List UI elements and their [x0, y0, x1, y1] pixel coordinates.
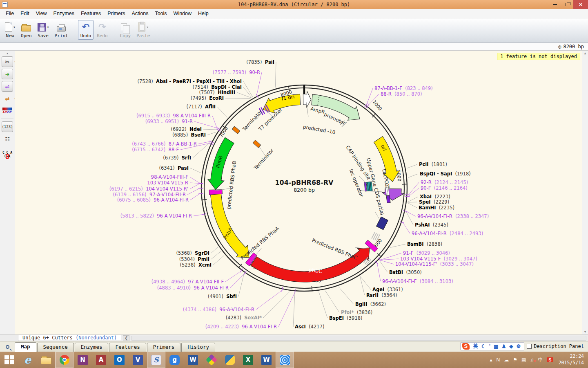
- inner-feature-label[interactable]: Terminator: [253, 148, 275, 171]
- primer-label[interactable]: 98-A-V104-FIII-F: [151, 174, 188, 180]
- enzyme-label[interactable]: (6739) SrfI: [163, 155, 191, 161]
- menu-view[interactable]: View: [33, 9, 50, 18]
- enzyme-label[interactable]: (7835) PsiI: [246, 59, 274, 65]
- taskbar-clock[interactable]: 22:24 2015/5/14: [559, 353, 584, 366]
- enzyme-label[interactable]: BspEI (3918): [329, 315, 363, 321]
- tray-cloud-icon[interactable]: ☁: [504, 357, 509, 363]
- taskbar-snapgene[interactable]: S: [147, 352, 165, 368]
- primer-label[interactable]: 96-A-V104-FI-R (2484 .. 2493): [412, 231, 483, 236]
- horizontal-scrollbar[interactable]: [131, 336, 586, 341]
- inner-feature-label[interactable]: predicted -10: [303, 124, 336, 135]
- enzyme-label[interactable]: BsmBI (2838): [407, 241, 442, 247]
- menu-help[interactable]: Help: [195, 9, 212, 18]
- enzyme-label[interactable]: (5238) XcmI: [180, 262, 212, 268]
- taskbar-file-explorer[interactable]: [37, 352, 55, 368]
- taskbar-visio[interactable]: V: [129, 352, 147, 368]
- enzyme-label[interactable]: RsrII (3364): [366, 292, 397, 298]
- primer-label[interactable]: 96-A-V104-FI-F (3084 .. 3103): [382, 278, 453, 284]
- ime-item-2-icon[interactable]: ’: [489, 343, 490, 349]
- scroll-down-icon[interactable]: ▼: [584, 330, 587, 334]
- tray-volume-muted-icon[interactable]: ♫: [530, 357, 534, 363]
- enzyme-label[interactable]: (7117) AflII: [186, 104, 216, 110]
- primer-label[interactable]: 92-R (2124 .. 2145): [421, 180, 468, 185]
- tray-flag-icon[interactable]: ⚑: [513, 357, 517, 363]
- new-button[interactable]: ▾New: [2, 20, 18, 40]
- primer-label[interactable]: 91-F (3029 .. 3046): [403, 250, 450, 256]
- enzyme-label[interactable]: PshAI (2345): [415, 222, 448, 228]
- feature-block[interactable]: [386, 195, 390, 203]
- enzyme-label[interactable]: AgeI (3361): [372, 287, 403, 292]
- tray-tray-expand-icon[interactable]: ▴: [490, 357, 492, 363]
- enzyme-label[interactable]: (4901) SbfI: [208, 294, 237, 299]
- enzyme-label[interactable]: (4283) SexAI*: [226, 315, 262, 321]
- tab-history[interactable]: History: [181, 343, 215, 352]
- primer-label[interactable]: (4209 .. 4223) 96-A-V104-FI-R: [205, 324, 277, 330]
- enzyme-label[interactable]: BstBI (3050): [389, 269, 422, 275]
- taskbar-outlook[interactable]: O: [110, 352, 129, 368]
- enzyme-label[interactable]: (7507) HindIII: [199, 90, 235, 95]
- primer-label[interactable]: 87-A-BB-1-F (823 .. 849): [374, 85, 433, 91]
- vertical-scrollbar[interactable]: ▲ ▼: [582, 51, 588, 334]
- tray-sogou-icon[interactable]: S: [547, 357, 553, 363]
- enzyme-label[interactable]: BspQI - SapI (1918): [420, 171, 471, 177]
- primer-label[interactable]: (5813 .. 5822) 96-A-V104-FI-R: [120, 213, 192, 219]
- menu-edit[interactable]: Edit: [17, 9, 33, 18]
- taskbar-access[interactable]: A: [92, 352, 110, 368]
- primer-label[interactable]: (6743 .. 6766) 87-A-BB-1-R: [132, 141, 197, 147]
- tab-primers[interactable]: Primers: [147, 343, 181, 352]
- menu-actions[interactable]: Actions: [128, 9, 151, 18]
- primer-label[interactable]: (6139 .. 6156) 97-A-V104-FII-R: [113, 192, 186, 197]
- inner-feature-label[interactable]: AmpR: [310, 106, 325, 115]
- enzyme-label[interactable]: AscI (4217): [295, 324, 324, 330]
- tab-map[interactable]: Map: [15, 342, 36, 352]
- ime-item-0-icon[interactable]: 英: [473, 343, 478, 350]
- taskbar-pattern-app[interactable]: [276, 352, 294, 368]
- undo-button[interactable]: ↶Undo: [78, 20, 94, 40]
- feature-block[interactable]: [376, 217, 388, 230]
- paste-dropdown-icon[interactable]: ▾: [147, 25, 148, 29]
- primer-label[interactable]: (7577 .. 7593) 90-R: [213, 70, 260, 75]
- enzymes-tool[interactable]: ✂▾: [2, 56, 13, 67]
- taskbar-onenote[interactable]: N: [74, 352, 92, 368]
- search-button[interactable]: [2, 343, 13, 351]
- taskbar-start-button[interactable]: [0, 352, 18, 368]
- primer-label[interactable]: 104-V104-V115-F' (3033 .. 3047): [395, 261, 474, 267]
- close-button[interactable]: ✕: [573, 0, 588, 9]
- ime-item-5-icon[interactable]: ◆: [509, 343, 513, 349]
- enzyme-label[interactable]: PciI (1801): [419, 162, 447, 167]
- inner-feature-label[interactable]: predicted RBS PhaB: [226, 161, 237, 210]
- taskbar-word-1[interactable]: W: [184, 352, 202, 368]
- translation-tool[interactable]: ⇄▾: [2, 93, 13, 104]
- ime-item-3-icon[interactable]: ▦: [494, 343, 498, 349]
- primer-label[interactable]: 88-R (850 .. 870): [381, 91, 422, 97]
- feature-block[interactable]: [232, 126, 240, 134]
- enzyme-label[interactable]: (5368) SgrDI: [176, 250, 209, 256]
- tray-ime-zh-icon[interactable]: 中: [538, 357, 543, 364]
- tab-features[interactable]: Features: [109, 343, 146, 352]
- collapse-left-icon[interactable]: ❮: [123, 335, 129, 341]
- inner-feature-label[interactable]: Predicted RBS PhaA: [240, 225, 281, 261]
- enzyme-label[interactable]: (6922) NdeI: [171, 126, 202, 132]
- ime-item-4-icon[interactable]: ♟: [501, 343, 506, 349]
- primer-label[interactable]: (4374 .. 4386) 96-A-V104-FI-R: [183, 307, 254, 312]
- tray-onenote-clip-icon[interactable]: N: [497, 357, 500, 363]
- plasmid-map[interactable]: 10002000300040005000600070008000f1 orior…: [15, 51, 582, 334]
- primer-label[interactable]: 90-F (2146 .. 2164): [421, 185, 468, 191]
- tab-sequence[interactable]: Sequence: [37, 343, 74, 352]
- taskbar-internet-explorer[interactable]: e: [18, 352, 37, 368]
- ime-item-6-icon[interactable]: ⚙: [516, 343, 521, 349]
- acgt-colors-tool[interactable]: ACGT: [2, 105, 13, 116]
- menu-window[interactable]: Window: [170, 9, 195, 18]
- enzyme-label[interactable]: (6885) BseRI: [172, 132, 206, 138]
- tab-enzymes[interactable]: Enzymes: [75, 343, 109, 352]
- primer-label[interactable]: 103-V104-V115-F (3029 .. 3047): [400, 256, 477, 262]
- primer-label[interactable]: (6075 .. 6085) 96-A-V104-FI-R: [117, 197, 189, 203]
- menu-enzymes[interactable]: Enzymes: [50, 9, 78, 18]
- tray-display-icon[interactable]: ▤: [521, 357, 526, 363]
- palette-scroll-up-icon[interactable]: ▾: [7, 52, 8, 56]
- enzyme-label[interactable]: XbaI (2223): [420, 194, 450, 200]
- operator-blocks[interactable]: [364, 182, 372, 191]
- enzyme-label[interactable]: BamHI (2235): [419, 205, 454, 211]
- redo-button[interactable]: ↷Redo: [94, 20, 110, 40]
- primer-label[interactable]: (4938 .. 4964) 97-A-V104-FII-F: [151, 279, 224, 285]
